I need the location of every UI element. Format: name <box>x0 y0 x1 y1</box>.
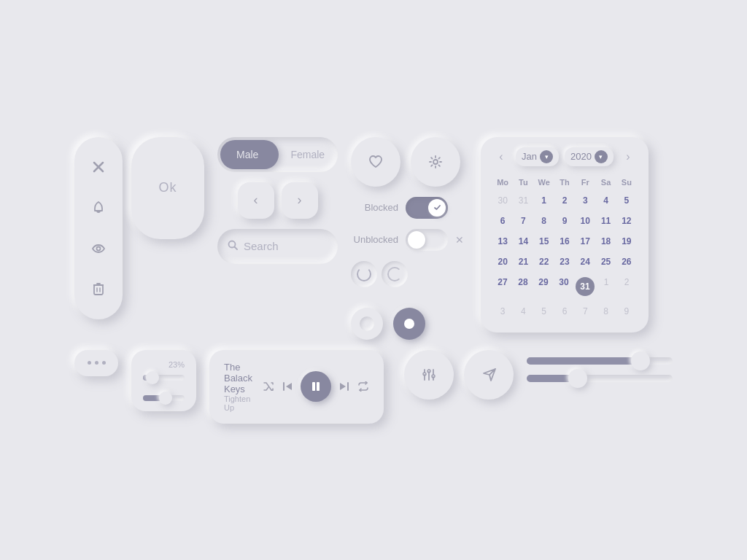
equalizer-button[interactable] <box>404 350 454 400</box>
spinner <box>351 261 377 287</box>
cal-cell[interactable]: 8 <box>595 302 616 321</box>
svg-rect-14 <box>317 382 320 391</box>
cal-cell[interactable]: 20 <box>492 252 513 271</box>
cal-cell[interactable]: 27 <box>492 273 513 300</box>
shuffle-button[interactable] <box>263 381 274 392</box>
blocked-toggle-row: Blocked <box>351 197 468 219</box>
cal-cell[interactable]: 7 <box>513 211 533 230</box>
slider-2-thumb[interactable] <box>159 392 172 405</box>
day-header-we: We <box>534 175 554 190</box>
heart-button[interactable] <box>351 137 400 187</box>
cal-cell[interactable]: 31 <box>513 191 533 210</box>
svg-marker-11 <box>286 383 292 390</box>
cal-cell[interactable]: 7 <box>575 302 595 321</box>
send-button[interactable] <box>464 350 514 400</box>
cal-cell[interactable]: 5 <box>534 302 554 321</box>
svg-point-25 <box>432 375 435 378</box>
radio-dot <box>404 319 414 329</box>
calendar-header: ‹ Jan ▾ 2020 ▾ › <box>492 147 637 166</box>
cal-cell[interactable]: 21 <box>513 252 533 271</box>
cal-cell[interactable]: 6 <box>492 211 513 230</box>
unblocked-toggle-thumb <box>408 231 425 249</box>
cal-cell[interactable]: 1 <box>596 273 616 300</box>
svg-point-10 <box>433 160 438 164</box>
pause-button[interactable] <box>301 371 331 402</box>
next-page-button[interactable]: › <box>282 182 318 219</box>
cal-cell[interactable]: 8 <box>534 211 554 230</box>
cal-cell[interactable]: 25 <box>595 252 616 271</box>
cal-cell[interactable]: 1 <box>534 191 554 210</box>
eye-icon[interactable] <box>86 236 111 261</box>
repeat-button[interactable] <box>357 381 369 392</box>
cal-next-button[interactable]: › <box>619 150 637 163</box>
prev-track-button[interactable] <box>282 381 293 392</box>
cal-cell[interactable]: 4 <box>513 302 533 321</box>
cal-cell[interactable]: 30 <box>554 273 574 300</box>
cal-cell[interactable]: 26 <box>616 252 637 271</box>
cal-cell[interactable]: 12 <box>616 211 637 230</box>
cal-cell[interactable]: 28 <box>513 273 533 300</box>
cal-cell[interactable]: 10 <box>575 211 595 230</box>
radio-filled[interactable] <box>393 308 425 340</box>
blocked-toggle-thumb <box>428 199 446 217</box>
close-icon[interactable] <box>86 155 111 179</box>
cal-prev-button[interactable]: ‹ <box>492 150 510 163</box>
cal-cell[interactable]: 11 <box>595 211 616 230</box>
cal-cell[interactable]: 19 <box>616 232 637 251</box>
search-bar[interactable]: Search <box>217 229 338 264</box>
settings-button[interactable] <box>411 137 460 187</box>
cal-cell[interactable]: 5 <box>616 191 637 210</box>
cal-cell[interactable]: 30 <box>492 191 513 210</box>
cal-cell[interactable]: 2 <box>554 191 575 210</box>
prev-page-button[interactable]: ‹ <box>238 182 274 219</box>
cal-week-1: 30 31 1 2 3 4 5 <box>492 191 637 210</box>
more-options-button[interactable] <box>74 350 118 376</box>
slider-1-thumb[interactable] <box>146 371 159 384</box>
cal-month-select[interactable]: Jan ▾ <box>516 147 559 166</box>
cal-cell[interactable]: 2 <box>616 273 637 300</box>
h-slider-2-thumb[interactable] <box>568 369 587 388</box>
next-track-button[interactable] <box>338 381 350 392</box>
search-icon <box>228 240 238 252</box>
cal-cell[interactable]: 9 <box>554 211 575 230</box>
cal-cell[interactable]: 14 <box>513 232 533 251</box>
female-option[interactable]: Female <box>278 137 338 172</box>
ok-button[interactable]: Ok <box>131 137 204 239</box>
cal-cell[interactable]: 29 <box>533 273 554 300</box>
blocked-toggle[interactable] <box>406 197 448 219</box>
h-slider-1-thumb[interactable] <box>631 351 650 370</box>
gender-toggle[interactable]: Male Female <box>217 137 338 172</box>
cal-cell[interactable]: 23 <box>554 252 575 271</box>
search-placeholder: Search <box>244 240 279 252</box>
trash-icon[interactable] <box>86 277 111 302</box>
controls-panel: Male Female ‹ › Search <box>217 137 338 264</box>
cal-cell[interactable]: 9 <box>616 302 637 321</box>
cal-cell[interactable]: 18 <box>595 232 616 251</box>
bell-icon[interactable] <box>86 195 111 220</box>
svg-rect-13 <box>312 382 315 391</box>
horizontal-sliders <box>527 357 673 382</box>
cal-cell[interactable]: 22 <box>534 252 554 271</box>
cal-year-select[interactable]: 2020 ▾ <box>565 147 614 166</box>
cal-week-4: 20 21 22 23 24 25 26 <box>492 252 637 271</box>
svg-point-22 <box>427 370 430 373</box>
cal-cell[interactable]: 4 <box>595 191 616 210</box>
unblocked-toggle[interactable] <box>406 229 448 251</box>
cal-cell[interactable]: 3 <box>575 191 595 210</box>
cal-cell[interactable]: 15 <box>534 232 554 251</box>
male-option[interactable]: Male <box>217 137 278 172</box>
spinner2 <box>382 261 408 287</box>
cal-cell[interactable]: 13 <box>492 232 513 251</box>
cal-cell[interactable]: 6 <box>554 302 575 321</box>
svg-line-9 <box>235 247 238 250</box>
h-slider-1-fill <box>527 357 640 365</box>
slider-percent-label: 23% <box>143 360 185 369</box>
music-info: The Balack Keys Tighten Up <box>224 362 252 412</box>
radio-empty[interactable] <box>351 308 383 340</box>
cal-cell[interactable]: 16 <box>554 232 575 251</box>
spinner-arc2 <box>387 267 402 281</box>
cal-cell[interactable]: 3 <box>492 302 513 321</box>
cal-cell[interactable]: 24 <box>575 252 595 271</box>
cal-cell[interactable]: 17 <box>575 232 595 251</box>
cal-cell-today[interactable]: 31 <box>574 273 596 300</box>
